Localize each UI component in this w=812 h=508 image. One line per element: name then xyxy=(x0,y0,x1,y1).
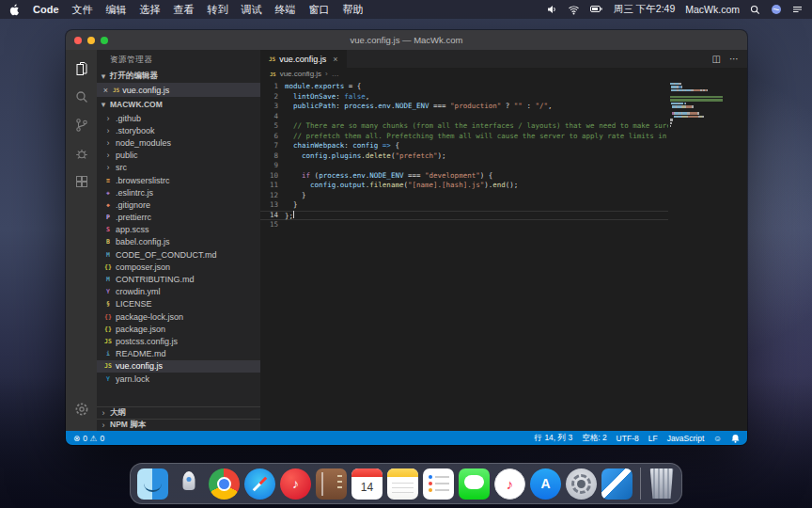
close-button[interactable] xyxy=(74,37,82,44)
file-tree-item[interactable]: §LICENSE xyxy=(97,298,260,310)
open-editor-item[interactable]: × JS vue.config.js xyxy=(97,83,260,97)
siri-icon[interactable] xyxy=(771,4,782,15)
extensions-icon[interactable] xyxy=(66,167,97,196)
code-line[interactable]: 11 config.output.filename("[name].[hash]… xyxy=(260,181,723,191)
status-item[interactable]: 行 14, 列 3 xyxy=(535,433,573,444)
contacts-dock-icon[interactable] xyxy=(316,468,347,500)
menubar-menu-item[interactable]: 窗口 xyxy=(309,3,330,17)
menubar-menu-item[interactable]: 转到 xyxy=(208,3,228,17)
file-tree-item[interactable]: {}composer.json xyxy=(97,261,260,273)
sidebar-section-header[interactable]: ›大纲 xyxy=(97,406,260,419)
minimap[interactable] xyxy=(668,83,723,431)
notification-center-icon[interactable] xyxy=(792,5,803,14)
code-line[interactable]: 1module.exports = { xyxy=(260,82,723,92)
file-tree-item[interactable]: JSvue.config.js xyxy=(97,360,260,373)
code-line[interactable]: 5 // There are so many chunks (from all … xyxy=(260,121,723,132)
open-editors-header[interactable]: ▾ 打开的编辑器 xyxy=(97,69,260,83)
reminders-dock-icon[interactable] xyxy=(423,468,454,500)
trash-dock-icon[interactable] xyxy=(648,468,675,499)
finder-dock-icon[interactable] xyxy=(137,468,168,500)
source-control-icon[interactable] xyxy=(66,111,97,139)
file-tree-item[interactable]: MCONTRIBUTING.md xyxy=(97,273,260,285)
file-tree-item[interactable]: MCODE_OF_CONDUCT.md xyxy=(97,248,260,261)
feedback-smiley-icon[interactable]: ☺ xyxy=(713,434,722,443)
vscode-dock-icon[interactable] xyxy=(601,468,632,500)
minimize-button[interactable] xyxy=(87,37,95,44)
folder-tree-item[interactable]: ›.storybook xyxy=(97,124,260,136)
code-line[interactable]: 7 chainWebpack: config => { xyxy=(260,141,723,151)
menubar-app-name[interactable]: Code xyxy=(33,4,59,15)
code-line[interactable]: 15 xyxy=(260,220,723,230)
file-tree-item[interactable]: {}package-lock.json xyxy=(97,310,260,323)
code-line[interactable]: 14}; xyxy=(260,211,723,221)
file-tree-item[interactable]: Bbabel.config.js xyxy=(97,236,260,248)
menubar-menu-item[interactable]: 选择 xyxy=(140,3,161,17)
file-tree-item[interactable]: Sapp.scss xyxy=(97,224,260,236)
status-item[interactable]: JavaScript xyxy=(667,434,705,443)
breadcrumb-file[interactable]: vue.config.js xyxy=(280,70,321,78)
netease-music-dock-icon[interactable]: ♪ xyxy=(280,468,311,500)
file-tree-item[interactable]: {}package.json xyxy=(97,323,260,335)
file-tree-item[interactable]: ◈.eslintrc.js xyxy=(97,186,260,198)
sidebar-section-header[interactable]: ›NPM 脚本 xyxy=(97,419,260,431)
menubar-menu-item[interactable]: 文件 xyxy=(72,3,93,17)
file-tree-item[interactable]: Yyarn.lock xyxy=(97,373,260,385)
more-actions-icon[interactable]: ⋯ xyxy=(729,54,739,64)
close-icon[interactable]: × xyxy=(102,86,110,95)
explorer-icon[interactable] xyxy=(66,55,97,83)
folder-tree-item[interactable]: ›.github xyxy=(97,112,260,124)
code-line[interactable]: 4 xyxy=(260,112,723,122)
code-line[interactable]: 13 } xyxy=(260,200,723,211)
folder-tree-item[interactable]: ›node_modules xyxy=(97,136,260,149)
calendar-dock-icon[interactable]: 14 xyxy=(351,468,383,500)
menubar-menu-item[interactable]: 查看 xyxy=(174,3,195,17)
file-tree-item[interactable]: ≡.browserslistrc xyxy=(97,174,260,186)
file-tree-item[interactable]: ◆.gitignore xyxy=(97,198,260,211)
split-editor-icon[interactable]: ◫ xyxy=(712,54,721,64)
status-item[interactable]: UTF-8 xyxy=(617,434,639,443)
breadcrumb[interactable]: JS vue.config.js › … xyxy=(260,68,747,80)
menubar-menu-item[interactable]: 调试 xyxy=(242,3,262,17)
code-line[interactable]: 3 publicPath: process.env.NODE_ENV === "… xyxy=(260,102,723,112)
debug-icon[interactable] xyxy=(66,139,97,167)
workspace-header[interactable]: ▾ MACWK.COM xyxy=(97,97,260,111)
window-titlebar[interactable]: vue.config.js — MacWk.com xyxy=(66,30,747,50)
notes-dock-icon[interactable] xyxy=(387,468,418,500)
file-tree-item[interactable]: Ycrowdin.yml xyxy=(97,286,260,298)
tab-close-icon[interactable]: × xyxy=(333,55,337,64)
code-line[interactable]: 6 // prefetch them all. Prefetching them… xyxy=(260,132,723,142)
zoom-button[interactable] xyxy=(101,37,108,44)
launchpad-dock-icon[interactable] xyxy=(173,468,204,500)
spotlight-search-icon[interactable] xyxy=(750,5,760,15)
safari-dock-icon[interactable] xyxy=(244,468,275,500)
search-icon[interactable] xyxy=(66,83,97,111)
app-store-dock-icon[interactable]: A xyxy=(530,468,561,500)
tab-vue-config-js[interactable]: JS vue.config.js × xyxy=(260,50,347,68)
problems-indicator[interactable]: ⊗ 0 ⚠ 0 xyxy=(73,434,104,443)
chrome-dock-icon[interactable] xyxy=(209,468,240,500)
system-preferences-dock-icon[interactable] xyxy=(566,468,597,500)
notifications-bell-icon[interactable] xyxy=(731,434,740,443)
code-line[interactable]: 9 xyxy=(260,161,723,171)
menubar-menu-item[interactable]: 终端 xyxy=(275,3,296,17)
battery-icon[interactable] xyxy=(590,5,603,14)
file-tree-item[interactable]: P.prettierrc xyxy=(97,212,260,224)
folder-tree-item[interactable]: ›src xyxy=(97,162,260,174)
file-tree-item[interactable]: iREADME.md xyxy=(97,348,260,360)
messages-dock-icon[interactable] xyxy=(459,468,490,500)
file-tree-item[interactable]: JSpostcss.config.js xyxy=(97,335,260,347)
code-line[interactable]: 12 } xyxy=(260,191,723,201)
code-line[interactable]: 8 config.plugins.delete("prefetch"); xyxy=(260,151,723,162)
menubar-clock[interactable]: 周三 下午2:49 xyxy=(614,3,675,16)
volume-icon[interactable] xyxy=(546,4,557,15)
status-item[interactable]: LF xyxy=(648,434,658,443)
wifi-icon[interactable] xyxy=(568,5,580,15)
menubar-menu-item[interactable]: 帮助 xyxy=(343,3,364,17)
status-item[interactable]: 空格: 2 xyxy=(582,433,606,444)
folder-tree-item[interactable]: ›public xyxy=(97,150,260,162)
breadcrumb-symbol[interactable]: … xyxy=(332,70,339,78)
menubar-menu-item[interactable]: 编辑 xyxy=(106,3,127,17)
code-line[interactable]: 2 lintOnSave: false, xyxy=(260,92,723,103)
music-dock-icon[interactable]: ♪ xyxy=(494,468,525,500)
apple-menu-icon[interactable] xyxy=(9,4,20,16)
